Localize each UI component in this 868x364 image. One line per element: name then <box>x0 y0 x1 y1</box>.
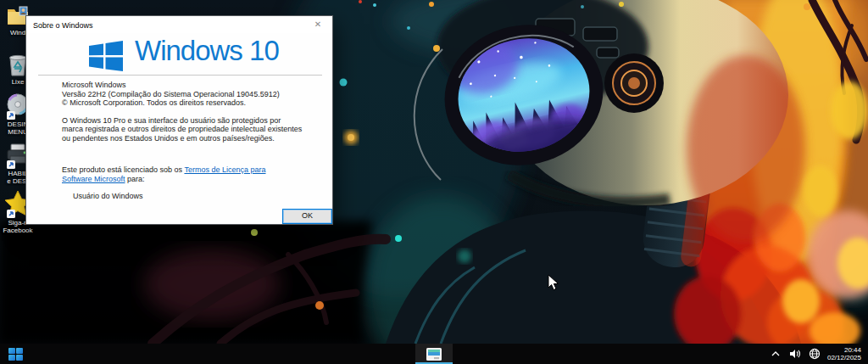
windows10-wordmark: Windows 10 <box>135 35 279 67</box>
system-tray: 20:44 02/12/2025 <box>769 344 865 364</box>
windows-logo-icon <box>89 41 123 71</box>
license-paragraph: Este produto está licenciado sob os Term… <box>62 165 292 183</box>
taskbar-app-winver[interactable] <box>415 344 453 364</box>
chevron-up-icon <box>771 351 780 356</box>
dialog-title: Sobre o Windows <box>33 21 93 30</box>
clock-time: 20:44 <box>844 346 861 354</box>
tray-network-button[interactable] <box>808 347 821 361</box>
windows-start-icon <box>8 348 23 361</box>
license-suffix: para: <box>125 175 145 183</box>
trademark-paragraph: O Windows 10 Pro e sua interface do usuá… <box>62 116 303 143</box>
divider <box>38 75 322 76</box>
tray-overflow-button[interactable] <box>769 347 782 361</box>
product-name: Microsoft Windows <box>62 81 309 90</box>
dialog-titlebar[interactable]: Sobre o Windows ✕ <box>26 16 332 33</box>
about-windows-dialog: Sobre o Windows ✕ Windows 10 Microsoft W… <box>25 15 333 225</box>
start-button[interactable] <box>5 346 25 361</box>
close-button[interactable]: ✕ <box>305 16 331 33</box>
icon-label: Facebook <box>0 227 36 234</box>
tray-volume-button[interactable] <box>788 347 802 361</box>
version-line: Versão 22H2 (Compilação do Sistema Opera… <box>62 90 309 99</box>
ok-button[interactable]: OK <box>282 209 332 224</box>
desktop: Wind Lixe DESIN MENU <box>0 0 868 364</box>
clock-date: 02/12/2025 <box>827 354 861 361</box>
globe-icon <box>809 348 821 360</box>
mouse-cursor <box>548 274 559 291</box>
taskbar: 20:44 02/12/2025 <box>0 344 868 364</box>
close-icon: ✕ <box>314 20 321 29</box>
taskbar-clock[interactable]: 20:44 02/12/2025 <box>827 346 865 361</box>
license-prefix: Este produto está licenciado sob os <box>62 165 184 174</box>
copyright-line: © Microsoft Corporation. Todos os direit… <box>62 98 309 108</box>
dialog-body: Microsoft Windows Versão 22H2 (Compilaçã… <box>62 81 309 201</box>
licensee-name: Usuário do Windows <box>73 192 309 201</box>
winver-window-icon <box>426 348 442 361</box>
volume-icon <box>789 349 801 359</box>
